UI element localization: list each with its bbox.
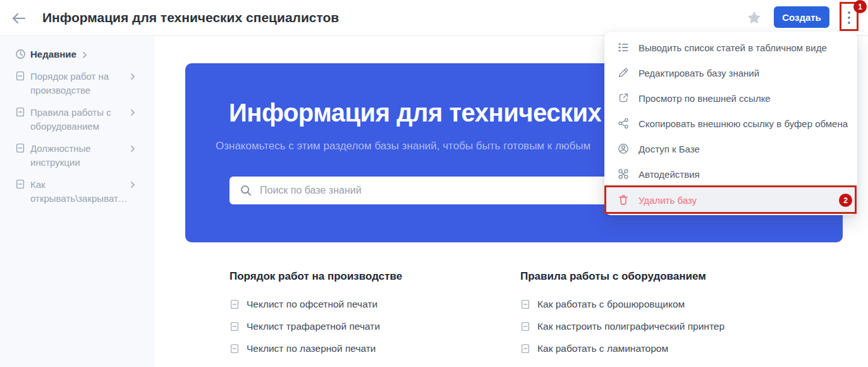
annotation-step-1-badge: 1 <box>853 0 867 13</box>
sidebar-item-job-instructions[interactable]: Должностные инструкции <box>0 142 144 170</box>
article-label: Чеклист по лазерной печати <box>247 343 376 354</box>
favorite-button[interactable] <box>746 9 762 26</box>
menu-item-label: Доступ к Базе <box>639 144 700 154</box>
section-title: Порядок работ на производстве <box>229 270 508 283</box>
article-link[interactable]: Чеклист по лазерной печати <box>229 343 508 354</box>
sidebar-item-recent[interactable]: Недавние <box>0 47 155 61</box>
document-icon <box>520 299 530 309</box>
table-list-icon <box>617 41 630 54</box>
chevron-right-icon <box>82 51 87 59</box>
menu-item-label: Скопировать внешнюю ссылку в буфер обмен… <box>639 118 848 129</box>
article-link[interactable]: Как настроить полиграфический принтер <box>520 321 817 332</box>
menu-item-label: Выводить список статей в табличном виде <box>639 42 827 53</box>
sidebar-item-label: Как открывать\закрыват… <box>30 179 128 204</box>
menu-item-copy-external-link[interactable]: Скопировать внешнюю ссылку в буфер обмен… <box>604 111 857 136</box>
sidebar-item-how-to-open-close[interactable]: Как открывать\закрыват… <box>0 178 144 206</box>
article-link[interactable]: Чеклист по офсетной печати <box>229 299 508 309</box>
sidebar-item-label: Должностные инструкции <box>30 143 91 168</box>
article-label: Чеклист по офсетной печати <box>247 299 377 310</box>
menu-item-base-access[interactable]: Доступ к Базе <box>604 136 857 161</box>
banner-subtitle: Ознакомьтесь с этим разделом базы знаний… <box>216 140 590 152</box>
document-icon <box>229 344 240 354</box>
section-equipment-rules: Правила работы с оборудованием Как работ… <box>520 270 817 365</box>
menu-item-auto-actions[interactable]: Автодействия <box>604 161 857 187</box>
pencil-icon <box>617 66 630 79</box>
back-button[interactable] <box>10 11 29 26</box>
star-icon <box>746 9 762 26</box>
article-link[interactable]: Чеклист трафаретной печати <box>229 321 508 332</box>
sidebar-item-equipment-rules[interactable]: Правила работы с оборудованием <box>0 106 144 134</box>
menu-item-label: Автодействия <box>639 169 700 180</box>
sidebar: Недавние Порядок работ на производстве <box>0 36 155 367</box>
article-label: Как работать с брошюровщиком <box>537 299 685 310</box>
sidebar-item-label: Правила работы с оборудованием <box>30 107 111 132</box>
header-bar: Информация для технических специалистов … <box>0 0 868 36</box>
back-arrow-icon <box>10 11 29 25</box>
article-label: Как настроить полиграфический принтер <box>537 321 724 332</box>
article-link[interactable]: Как работать с брошюровщиком <box>520 299 817 309</box>
section-production-order: Порядок работ на производстве Чеклист по… <box>229 270 508 365</box>
sidebar-item-label: Недавние <box>30 47 76 61</box>
document-icon <box>15 143 25 153</box>
document-icon <box>520 321 530 332</box>
document-icon <box>520 344 530 354</box>
create-button[interactable]: Создать <box>774 6 829 28</box>
history-icon <box>15 49 26 59</box>
automation-icon <box>617 168 630 180</box>
page-title: Информация для технических специалистов <box>42 0 339 35</box>
document-icon <box>229 299 240 309</box>
article-link[interactable]: Как работать с ламинатором <box>520 343 817 354</box>
menu-item-table-view[interactable]: Выводить список статей в табличном виде <box>604 35 857 60</box>
chevron-right-icon <box>130 145 135 152</box>
sidebar-item-production-order[interactable]: Порядок работ на производстве <box>0 70 144 97</box>
document-icon <box>15 107 25 117</box>
menu-item-external-view[interactable]: Просмотр по внешней ссылке <box>604 85 857 111</box>
document-icon <box>15 179 25 189</box>
article-label: Чеклист трафаретной печати <box>247 321 380 332</box>
chevron-right-icon <box>130 73 135 80</box>
share-icon <box>617 117 630 130</box>
annotation-box-delete <box>604 185 857 214</box>
external-link-icon <box>617 92 630 104</box>
user-circle-icon <box>617 142 630 155</box>
menu-item-label: Редактировать базу знаний <box>639 68 759 78</box>
chevron-right-icon <box>130 181 135 189</box>
menu-item-edit-kb[interactable]: Редактировать базу знаний <box>604 60 857 85</box>
chevron-right-icon <box>130 109 135 116</box>
article-label: Как работать с ламинатором <box>537 343 668 354</box>
sidebar-item-label: Порядок работ на производстве <box>30 71 109 96</box>
document-icon <box>229 321 240 332</box>
section-title: Правила работы с оборудованием <box>520 270 817 283</box>
menu-item-label: Просмотр по внешней ссылке <box>639 93 771 104</box>
knowledge-base-page: Информация для технических специалистов … <box>0 0 868 367</box>
annotation-step-2-badge: 2 <box>839 194 852 207</box>
document-icon <box>15 71 25 81</box>
